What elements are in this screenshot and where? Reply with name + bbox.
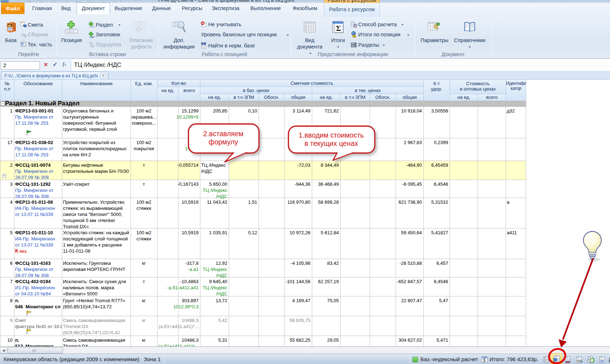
svg-text:2.вставляем: 2.вставляем <box>203 130 243 138</box>
svg-text:Σ: Σ <box>483 358 486 363</box>
svg-text:1.вводим стоимость: 1.вводим стоимость <box>299 131 364 139</box>
svg-text:в текущих ценах: в текущих ценах <box>304 139 358 147</box>
svg-text:формулу: формулу <box>209 138 238 146</box>
svg-text:Σ: Σ <box>336 24 341 33</box>
svg-text:A: A <box>22 43 23 45</box>
